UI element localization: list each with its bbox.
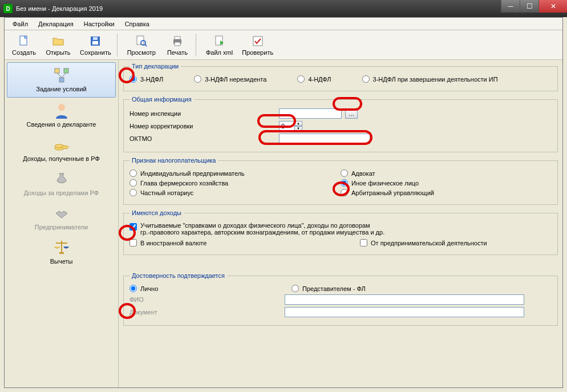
sidebar-item-declarant[interactable]: Сведения о декларанте xyxy=(5,98,118,132)
svg-rect-24 xyxy=(59,252,64,254)
titlebar: D Без имени - Декларация 2019 ─ ☐ ✕ xyxy=(0,0,567,17)
svg-rect-3 xyxy=(92,41,98,45)
sidebar-item-label: Предприниматели xyxy=(35,224,88,231)
radio-3ndfl-nonresident[interactable]: 3-НДФЛ нерезидента xyxy=(194,75,266,83)
app-icon: D xyxy=(3,4,13,13)
label-inspection: Номер инспекции xyxy=(129,110,232,117)
toolbar-check[interactable]: Проверить xyxy=(237,33,278,57)
button-inspection-browse[interactable]: … xyxy=(345,108,358,119)
toolbar-preview[interactable]: Просмотр xyxy=(123,33,160,57)
radio-person[interactable]: Иное физическое лицо xyxy=(341,179,419,187)
svg-rect-15 xyxy=(59,78,64,82)
new-file-icon xyxy=(17,34,31,48)
checkbox-income-business[interactable]: От предпринимательской деятельности xyxy=(360,239,487,246)
sidebar-item-label: Доходы, полученные в РФ xyxy=(23,155,100,162)
sidebar: Задание условий Сведения о декларанте До… xyxy=(5,60,119,387)
toolbar-save[interactable]: Сохранить xyxy=(75,33,116,57)
sidebar-item-conditions[interactable]: Задание условий xyxy=(7,62,116,98)
radio-lawyer[interactable]: Адвокат xyxy=(341,169,375,177)
content-area: Тип декларации 3-НДФЛ 3-НДФЛ нерезидента xyxy=(119,60,562,387)
svg-rect-9 xyxy=(175,37,180,39)
radio-4ndfl[interactable]: 4-НДФЛ xyxy=(297,75,331,83)
toolbar-xml[interactable]: Файл xml xyxy=(201,33,237,57)
maximize-button[interactable]: ☐ xyxy=(520,0,538,13)
money-bag-icon xyxy=(52,170,71,188)
menu-settings[interactable]: Настройки xyxy=(79,19,119,29)
svg-rect-14 xyxy=(64,68,68,73)
spinner-up[interactable]: ▲ xyxy=(294,121,302,126)
checkbox-income-foreign[interactable]: В иностранной валюте xyxy=(129,239,346,246)
checkbox-income-main[interactable]: Учитываемые "справками о доходах физичес… xyxy=(129,222,384,236)
radio-arbitr[interactable]: Арбитражный управляющий xyxy=(341,189,434,196)
radio-3ndfl[interactable]: 3-НДФЛ xyxy=(129,75,163,83)
group-income: Имеются доходы Учитываемые "справками о … xyxy=(123,209,558,255)
toolbar-open[interactable]: Открыть xyxy=(41,33,75,57)
sidebar-item-entrepreneurs[interactable]: Предприниматели xyxy=(5,201,118,235)
radio-representative[interactable]: Представителем - ФЛ xyxy=(291,285,366,292)
label-oktmo: ОКТМО xyxy=(129,135,232,142)
svg-line-7 xyxy=(145,45,147,46)
radio-notary[interactable]: Частный нотариус xyxy=(129,189,193,196)
svg-rect-13 xyxy=(55,68,59,73)
svg-rect-12 xyxy=(253,37,262,46)
legend-declaration-type: Тип декларации xyxy=(129,63,181,70)
legend-taxpayer-type: Признак налогоплательщика xyxy=(129,157,218,164)
sidebar-item-income-foreign[interactable]: Доходы за пределами РФ xyxy=(5,167,118,201)
radio-3ndfl-ip-end[interactable]: 3-НДФЛ при завершении деятельности ИП xyxy=(362,75,498,83)
input-fio xyxy=(285,294,524,305)
spinner-down[interactable]: ▼ xyxy=(294,126,302,131)
svg-point-18 xyxy=(58,104,65,111)
folder-open-icon xyxy=(51,34,65,48)
check-icon xyxy=(251,34,265,48)
radio-farm[interactable]: Глава фермерского хозяйства xyxy=(129,179,228,187)
coins-icon xyxy=(52,136,71,154)
sidebar-item-label: Доходы за пределами РФ xyxy=(24,189,99,196)
sidebar-item-label: Сведения о декларанте xyxy=(27,121,96,128)
xml-icon xyxy=(213,34,226,48)
toolbar-print[interactable]: Печать xyxy=(160,33,195,57)
floppy-icon xyxy=(88,34,102,48)
sidebar-item-label: Вычеты xyxy=(50,258,73,265)
input-doc xyxy=(285,307,524,317)
toolbar-create[interactable]: Создать xyxy=(7,33,41,57)
toolbar: Создать Открыть Сохранить Просмотр xyxy=(5,30,562,60)
svg-rect-4 xyxy=(93,37,98,40)
svg-point-21 xyxy=(62,146,68,149)
radio-self[interactable]: Лично xyxy=(129,285,278,292)
svg-line-17 xyxy=(62,73,66,78)
window-title: Без имени - Декларация 2019 xyxy=(16,5,103,12)
svg-rect-10 xyxy=(175,42,180,46)
handshake-icon xyxy=(52,204,71,223)
minimize-button[interactable]: ─ xyxy=(501,0,520,13)
legend-confirm: Достоверность подтверждается xyxy=(129,272,227,279)
person-icon xyxy=(52,102,71,120)
conditions-icon xyxy=(52,66,71,84)
printer-icon xyxy=(171,34,184,48)
label-correction: Номер корректировки xyxy=(129,123,232,130)
input-correction[interactable] xyxy=(279,121,295,131)
legend-income: Имеются доходы xyxy=(129,209,184,216)
menu-help[interactable]: Справка xyxy=(120,19,154,29)
sidebar-item-income-rf[interactable]: Доходы, полученные в РФ xyxy=(5,132,118,167)
sidebar-item-label: Задание условий xyxy=(36,86,86,92)
magnifier-icon xyxy=(135,34,148,48)
label-fio: ФИО xyxy=(129,296,232,303)
menu-declaration[interactable]: Декларация xyxy=(34,19,78,29)
group-confirm: Достоверность подтверждается Лично Предс… xyxy=(123,272,558,326)
label-doc: Документ xyxy=(129,309,232,316)
radio-ip[interactable]: Индивидуальный предприниматель xyxy=(129,169,245,177)
input-inspection[interactable] xyxy=(279,108,342,119)
menubar: Файл Декларация Настройки Справка xyxy=(5,18,562,30)
group-taxpayer-type: Признак налогоплательщика Индивидуальный… xyxy=(123,157,558,205)
svg-line-16 xyxy=(57,73,62,78)
menu-file[interactable]: Файл xyxy=(8,19,33,29)
legend-general-info: Общая информация xyxy=(129,96,194,103)
sidebar-item-deductions[interactable]: Вычеты xyxy=(5,235,118,269)
group-declaration-type: Тип декларации 3-НДФЛ 3-НДФЛ нерезидента xyxy=(123,63,558,91)
input-oktmo[interactable] xyxy=(279,134,370,144)
scales-icon xyxy=(52,239,71,257)
close-button[interactable]: ✕ xyxy=(538,0,567,13)
group-general-info: Общая информация Номер инспекции … Номер… xyxy=(123,96,558,152)
spinner-correction[interactable]: ▲ ▼ xyxy=(279,121,302,131)
